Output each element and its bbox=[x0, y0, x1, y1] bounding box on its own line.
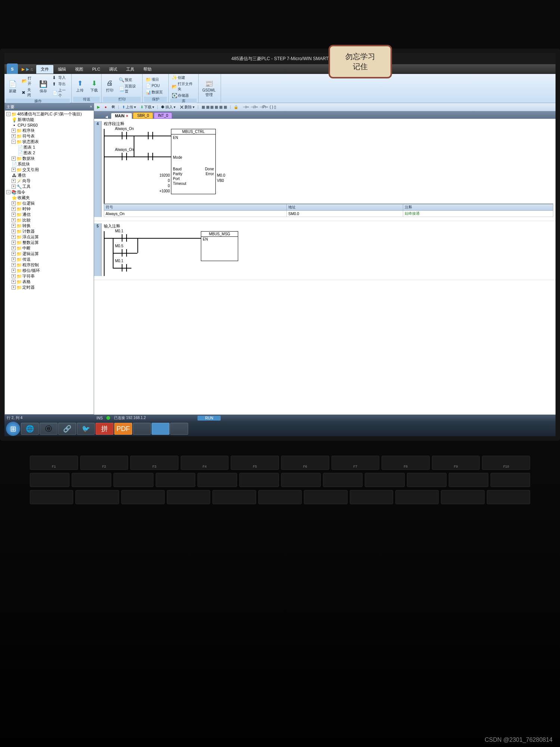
tree-int-math[interactable]: +📁整数运算 bbox=[6, 240, 93, 245]
tree-float-math[interactable]: +📁浮点运算 bbox=[6, 234, 93, 240]
tree-timers[interactable]: +📁定时器 bbox=[6, 285, 93, 290]
contact-m01b[interactable]: M0.1 bbox=[119, 264, 130, 272]
tree-counters[interactable]: +📁计数器 bbox=[6, 229, 93, 234]
tb-insert[interactable]: 🞦 插入 ▾ bbox=[159, 104, 177, 110]
tree-new-feature[interactable]: 💡新增功能 bbox=[6, 117, 93, 123]
task-ie[interactable]: ⓔ bbox=[40, 423, 57, 435]
tree-sys-block[interactable]: 📄系统块 bbox=[6, 161, 93, 167]
tb-delete[interactable]: 🞪 删除 ▾ bbox=[178, 104, 196, 110]
table-row[interactable]: Always_OnSM0.0始终接通 bbox=[104, 211, 553, 217]
tb-lock-icon[interactable]: 🔒 bbox=[232, 105, 240, 109]
datapage-button[interactable]: 📊数据页 bbox=[144, 89, 164, 95]
app-icon[interactable]: S bbox=[7, 63, 18, 75]
task-browser[interactable]: 🌐 bbox=[21, 423, 39, 435]
task-app2[interactable]: 🐦 bbox=[77, 423, 95, 435]
tree-data-block[interactable]: +📁数据块 bbox=[6, 156, 93, 161]
menu-plc[interactable]: PLC bbox=[88, 65, 105, 73]
tb-icons[interactable]: ▦ ▦ ▦ ▦ ▦ ▦ bbox=[200, 105, 228, 109]
menu-help[interactable]: 帮助 bbox=[139, 65, 156, 74]
task-step7[interactable] bbox=[152, 423, 169, 435]
tree-move[interactable]: +📁传送 bbox=[6, 257, 93, 262]
close-icon[interactable]: × bbox=[126, 114, 128, 118]
tree-favorites[interactable]: ⭐收藏夹 bbox=[6, 195, 93, 201]
tb-download[interactable]: ⬇下载 ▾ bbox=[139, 104, 156, 110]
prev-button[interactable]: 📄上一个 bbox=[51, 87, 70, 99]
tab-sbr[interactable]: SBR_0 bbox=[133, 112, 153, 119]
contact-series-2[interactable] bbox=[145, 153, 156, 160]
task-app4[interactable] bbox=[133, 423, 151, 435]
tree-logical[interactable]: +📁逻辑运算 bbox=[6, 251, 93, 257]
tree-comm[interactable]: 🖧通信 bbox=[6, 173, 93, 178]
mbus-msg-block[interactable]: MBUS_MSG EN bbox=[201, 231, 238, 261]
tree-clock[interactable]: +📁时钟 bbox=[6, 206, 93, 212]
task-pdf[interactable]: PDF bbox=[114, 423, 132, 435]
menu-tools[interactable]: 工具 bbox=[122, 65, 139, 74]
tree-string[interactable]: +📁字符串 bbox=[6, 273, 93, 279]
tree-chart2[interactable]: 📄图表 2 bbox=[6, 150, 93, 156]
tree-xref[interactable]: +📁交叉引用 bbox=[6, 167, 93, 173]
pagesetup-button[interactable]: 📃页面设置 bbox=[117, 83, 141, 94]
prev-icon: 📄 bbox=[52, 90, 57, 96]
task-app3[interactable]: 拼 bbox=[96, 423, 113, 435]
tree-convert[interactable]: +📁转换 bbox=[6, 223, 93, 229]
pou-button[interactable]: 📄POU bbox=[144, 83, 164, 89]
contact-always-on-1[interactable]: Always_On bbox=[119, 132, 130, 139]
start-button[interactable]: ⊞ bbox=[6, 422, 20, 436]
tree-wizard[interactable]: +🪄向导 bbox=[6, 178, 93, 184]
stop-icon[interactable]: ● bbox=[103, 105, 108, 109]
ladder-canvas[interactable]: 4 程序段注释 Always_On Always_On bbox=[94, 119, 556, 415]
contact-series-1[interactable] bbox=[145, 132, 156, 139]
tb-contacts[interactable]: ⊣⊢ ⊣/⊢ ⊣P⊢ ( ) ▯ bbox=[241, 105, 278, 109]
folder-icon: 📁 bbox=[16, 251, 22, 257]
tree-tools[interactable]: +🔧工具 bbox=[6, 184, 93, 189]
mbus-ctrl-block[interactable]: MBUS_CTRL EN Mode BaudDone ParityError P… bbox=[171, 129, 216, 194]
project-button[interactable]: 📁项目 bbox=[144, 77, 164, 83]
download-button[interactable]: ⬇下载 bbox=[87, 78, 101, 94]
upload-button[interactable]: ⬆上传 bbox=[73, 78, 87, 94]
task-app5[interactable] bbox=[170, 423, 188, 435]
create-button[interactable]: ✨创建 bbox=[170, 75, 197, 81]
save-button[interactable]: 💾保存 bbox=[37, 79, 50, 94]
tree-prog-control[interactable]: +📁程序控制 bbox=[6, 262, 93, 268]
task-app1[interactable]: 🔗 bbox=[58, 423, 76, 435]
tree-symbol-table[interactable]: +📁符号表 bbox=[6, 133, 93, 139]
close-button[interactable]: ✖关闭 bbox=[20, 87, 36, 98]
contact-always-on-2[interactable]: Always_On bbox=[119, 153, 130, 160]
tree-status-chart[interactable]: −📁状态图表 bbox=[6, 139, 93, 145]
tab-main[interactable]: MAIN× bbox=[111, 113, 132, 119]
contact-m05[interactable]: M0.5 bbox=[119, 249, 130, 257]
open-button[interactable]: 📂打开 bbox=[20, 75, 36, 87]
tree-project-root[interactable]: −📁485通信与三菱PLC (F:\第一个项目) bbox=[6, 111, 93, 117]
tree-close-icon[interactable]: × bbox=[90, 104, 92, 110]
network-number: 5 bbox=[94, 223, 102, 276]
tree-communication[interactable]: +📁通信 bbox=[6, 212, 93, 217]
menu-file[interactable]: 文件 bbox=[36, 65, 53, 74]
run-icon[interactable]: ▶ bbox=[96, 105, 102, 109]
tree-interrupt[interactable]: +📁中断 bbox=[6, 245, 93, 251]
tree-compare[interactable]: +📁比较 bbox=[6, 217, 93, 223]
import-button[interactable]: ⬇导入 bbox=[51, 75, 70, 81]
compile-icon[interactable]: 🛠 bbox=[110, 105, 116, 109]
network-title[interactable]: 输入注释 bbox=[104, 223, 553, 229]
print-button[interactable]: 🖨打印 bbox=[103, 78, 116, 94]
preview-button[interactable]: 🔍预览 bbox=[117, 77, 141, 83]
tree-chart1[interactable]: 📄图表 1 bbox=[6, 145, 93, 150]
menu-view[interactable]: 视图 bbox=[71, 65, 88, 74]
tree-prog-block[interactable]: +📁程序块 bbox=[6, 128, 93, 133]
tree-shift-rotate[interactable]: +📁移位/循环 bbox=[6, 268, 93, 273]
tb-upload[interactable]: ⬆上传 ▾ bbox=[121, 104, 137, 110]
open-folder-button[interactable]: 📂打开文件夹 bbox=[170, 81, 197, 92]
tree-cpu[interactable]: ▪CPU SR60 bbox=[6, 123, 93, 128]
gsdml-button[interactable]: 📰GSDML 管理 bbox=[200, 78, 218, 98]
new-button[interactable]: 📄新建 bbox=[6, 79, 19, 94]
network-title[interactable]: 程序段注释 bbox=[104, 121, 553, 127]
export-button[interactable]: ⬆导出 bbox=[51, 81, 70, 87]
tab-int[interactable]: INT_0 bbox=[154, 112, 172, 119]
menu-edit[interactable]: 编辑 bbox=[53, 65, 71, 74]
contact-m01[interactable]: M0.1 bbox=[119, 234, 130, 242]
menu-debug[interactable]: 调试 bbox=[105, 65, 122, 74]
tree-table[interactable]: +📁表格 bbox=[6, 279, 93, 285]
tree-instructions[interactable]: −📚指令 bbox=[6, 189, 93, 195]
storage-button[interactable]: 💽存储器 bbox=[170, 93, 197, 99]
tree-bit-logic[interactable]: +📁位逻辑 bbox=[6, 201, 93, 206]
